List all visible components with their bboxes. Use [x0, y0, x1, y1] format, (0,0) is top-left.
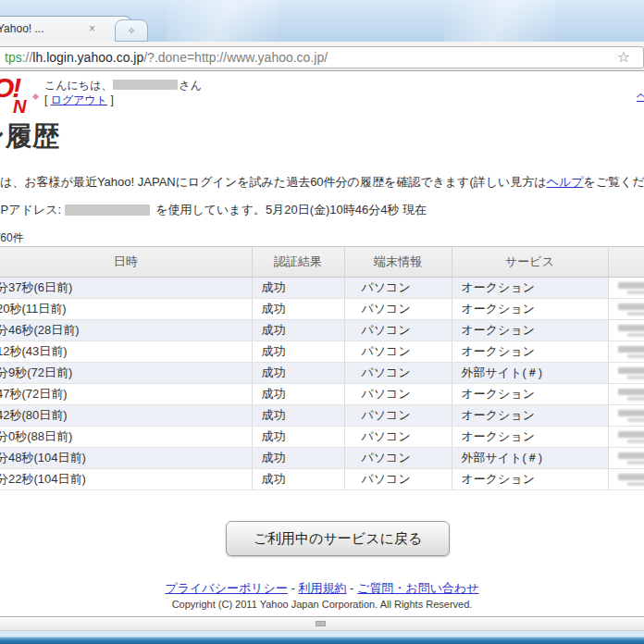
footer-links: プライバシーポリシー - 利用規約 - ご質問・お問い合わせ [0, 580, 644, 597]
table-row: 分22秒(104日前) 成功 パソコン オークション [0, 469, 644, 490]
cell-datetime: 分0秒(88日前) [0, 428, 72, 445]
privacy-policy-link[interactable]: プライバシーポリシー [165, 581, 287, 595]
taskbar-edge [0, 637, 644, 644]
browser-tab[interactable]: Yahoo! ... × [0, 16, 131, 42]
cell-service: 外部サイト(＃) [452, 448, 608, 469]
table-row: 47秒(72日前) 成功 パソコン オークション [0, 384, 644, 405]
censored-ip-blob [618, 282, 644, 289]
cell-datetime: 分37秒(6日前) [0, 279, 72, 296]
censored-ip-blob [618, 431, 644, 438]
table-row: 分37秒(6日前) 成功 パソコン オークション [0, 278, 644, 299]
yahoo-japan-logo[interactable]: O! N [0, 74, 44, 122]
cell-auth-result: 成功 [252, 384, 344, 405]
table-header-row: 日時 認証結果 端末情報 サービス [0, 247, 644, 278]
cell-datetime: 20秒(11日前) [0, 301, 67, 317]
cell-device: パソコン [344, 320, 452, 341]
tab-title: Yahoo! ... [0, 22, 43, 35]
copyright-text: Copyright (C) 2011 Yahoo Japan Corporati… [0, 599, 644, 610]
logout-link[interactable]: ログアウト [51, 93, 107, 106]
cell-service: オークション [452, 427, 608, 448]
censored-ip-blob-2 [627, 482, 644, 486]
cell-auth-result: 成功 [252, 405, 344, 427]
browser-window: Yahoo! ... × ✧ tps://lh.login.yahoo.co.j… [0, 0, 644, 644]
address-bar[interactable]: tps://lh.login.yahoo.co.jp/?.done=http:/… [0, 46, 644, 68]
censored-ip-blob [618, 474, 644, 480]
cell-device: パソコン [344, 278, 452, 299]
contact-link[interactable]: ご質問・お問い合わせ [357, 581, 479, 595]
logo-registered-mark [32, 93, 39, 100]
censored-ip-blob-2 [627, 376, 644, 379]
censored-ip-address [65, 204, 150, 216]
cell-auth-result: 成功 [252, 363, 344, 384]
cell-device: パソコン [344, 427, 452, 448]
censored-ip-blob-2 [627, 354, 644, 358]
ip-address-line: IPアドレス:を使用しています。5月20日(金)10時46分4秒 現在 [0, 202, 427, 218]
cell-datetime: 42秒(80日前) [0, 407, 68, 424]
cell-device: パソコン [344, 448, 452, 469]
description-pre: は、お客様が最近Yahoo! JAPANにログインを試みた過去60件分の履歴を確… [0, 175, 547, 189]
table-row: 分48秒(104日前) 成功 パソコン 外部サイト(＃) [0, 448, 644, 469]
cell-masked-ip [608, 320, 644, 341]
col-header-auth-result: 認証結果 [252, 247, 344, 278]
url-separator: :// [22, 50, 33, 65]
cell-device: パソコン [344, 469, 452, 490]
greeting-suffix: さん [179, 79, 202, 92]
title-cut-fragment: ン [0, 118, 6, 155]
col-header-service: サービス [452, 247, 608, 278]
cell-device: パソコン [344, 299, 452, 320]
greeting-prefix: こんにちは、 [44, 79, 112, 92]
login-history-body: 分37秒(6日前) 成功 パソコン オークション 20秒(11日前) 成功 パソ… [0, 278, 644, 490]
ip-line-post: を使用しています。5月20日(金)10時46分4秒 現在 [155, 203, 427, 217]
url-path: /?.done=http://www.yahoo.co.jp/ [143, 50, 328, 65]
titlebar-glass-streak [167, 0, 278, 42]
censored-ip-blob-2 [627, 440, 644, 443]
help-link[interactable]: ヘルプ [547, 175, 584, 189]
logout-line: [ ログアウト ] [44, 93, 114, 108]
bookmark-star-icon[interactable]: ☆ [613, 46, 635, 68]
scrollbar-grip[interactable] [316, 621, 326, 626]
ip-label: IPアドレス: [0, 203, 61, 217]
terms-link[interactable]: 利用規約 [298, 581, 346, 595]
cell-service: 外部サイト(＃) [452, 363, 608, 384]
description-line: は、お客様が最近Yahoo! JAPANにログインを試みた過去60件分の履歴を確… [0, 174, 644, 191]
link-separator: - [288, 581, 299, 595]
cell-device: パソコン [344, 363, 452, 384]
page-title: 履歴 [6, 118, 59, 155]
cell-auth-result: 成功 [252, 469, 344, 490]
new-tab-button[interactable]: ✧ [115, 19, 148, 42]
censored-ip-blob-2 [627, 418, 644, 422]
tab-close-icon[interactable]: × [89, 22, 95, 35]
cell-datetime: 12秒(43日前) [0, 343, 68, 360]
cell-datetime: 分48秒(104日前) [0, 450, 86, 466]
cell-service: オークション [452, 320, 608, 341]
cell-service: オークション [452, 341, 608, 363]
table-row: 分9秒(72日前) 成功 パソコン 外部サイト(＃) [0, 363, 644, 384]
table-row: 分46秒(28日前) 成功 パソコン オークション [0, 320, 644, 341]
login-history-table: 日時 認証結果 端末情報 サービス 分37秒(6日前) 成功 パソコン オークシ… [0, 246, 644, 490]
table-row: 20秒(11日前) 成功 パソコン オークション [0, 299, 644, 320]
description-post: をご覧ください) [584, 175, 644, 189]
url-host: lh.login.yahoo.co.jp [32, 50, 143, 65]
titlebar-glass-streak [444, 0, 555, 42]
censored-ip-blob [618, 346, 644, 353]
cell-auth-result: 成功 [252, 278, 344, 299]
cell-service: オークション [452, 384, 608, 405]
return-to-service-button[interactable]: ご利用中のサービスに戻る [226, 521, 450, 556]
bracket-close: ] [107, 93, 114, 106]
cell-masked-ip [608, 405, 644, 427]
cell-service: オークション [452, 405, 608, 427]
cell-datetime: 分46秒(28日前) [0, 322, 80, 339]
logo-text-fragment-2: N [13, 96, 25, 118]
help-link-cutoff[interactable]: ヘルプ [637, 89, 644, 105]
cell-auth-result: 成功 [252, 320, 344, 341]
censored-ip-blob-2 [627, 291, 644, 294]
cell-masked-ip [608, 341, 644, 363]
cell-auth-result: 成功 [252, 427, 344, 448]
cell-auth-result: 成功 [252, 448, 344, 469]
censored-ip-blob-2 [627, 333, 644, 337]
cell-datetime: 47秒(72日前) [0, 386, 68, 402]
table-row: 42秒(80日前) 成功 パソコン オークション [0, 405, 644, 427]
censored-ip-blob-2 [627, 312, 644, 316]
result-count: /60件 [0, 230, 24, 246]
cell-service: オークション [452, 469, 608, 490]
